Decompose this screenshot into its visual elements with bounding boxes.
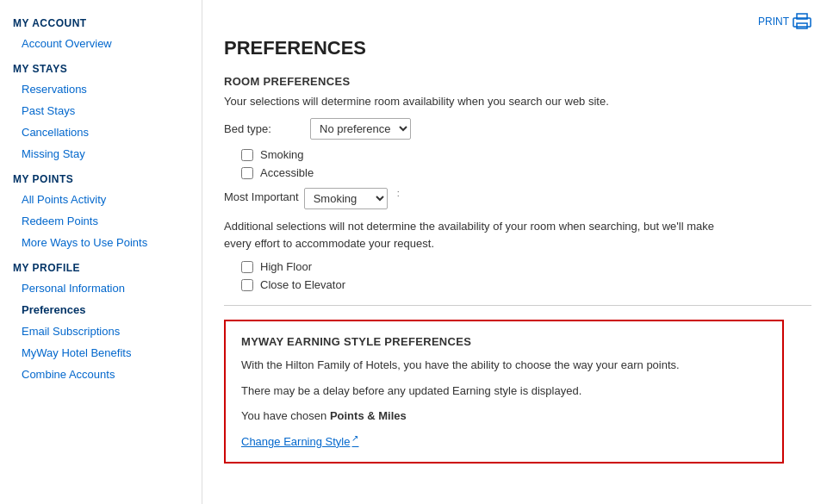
print-bar: PRINT xyxy=(224,13,811,30)
sidebar-item-preferences[interactable]: Preferences xyxy=(0,299,202,320)
my-stays-title: MY STAYS xyxy=(0,54,202,78)
myway-description1: With the Hilton Family of Hotels, you ha… xyxy=(241,357,767,374)
high-floor-label: High Floor xyxy=(260,260,312,273)
sidebar-item-all-points[interactable]: All Points Activity xyxy=(0,189,202,210)
sidebar-item-account-overview[interactable]: Account Overview xyxy=(0,33,202,54)
most-important-label: Most Important xyxy=(224,188,299,203)
accessible-checkbox-row: Accessible xyxy=(241,166,811,179)
print-icon xyxy=(793,13,811,30)
accessible-checkbox[interactable] xyxy=(241,167,253,179)
myway-description2: There may be a delay before any updated … xyxy=(241,383,767,400)
smoking-label: Smoking xyxy=(260,148,304,161)
chosen-prefix: You have chosen xyxy=(241,409,330,422)
main-content: PRINT PREFERENCES ROOM PREFERENCES Your … xyxy=(202,0,833,504)
svg-rect-2 xyxy=(797,23,807,28)
divider xyxy=(224,305,811,306)
sidebar-item-more-ways[interactable]: More Ways to Use Points xyxy=(0,232,202,253)
sidebar-item-personal-info[interactable]: Personal Information xyxy=(0,277,202,299)
myway-title: MYWAY EARNING STYLE PREFERENCES xyxy=(241,335,767,348)
sidebar-item-reservations[interactable]: Reservations xyxy=(0,78,202,100)
colon-note: : xyxy=(397,188,400,198)
smoking-checkbox-row: Smoking xyxy=(241,148,811,161)
bed-type-label: Bed type: xyxy=(224,122,301,135)
myway-box: MYWAY EARNING STYLE PREFERENCES With the… xyxy=(224,320,784,464)
sidebar: MY ACCOUNT Account Overview MY STAYS Res… xyxy=(0,0,202,504)
sidebar-item-email-subscriptions[interactable]: Email Subscriptions xyxy=(0,320,202,342)
my-account-title: MY ACCOUNT xyxy=(0,9,202,33)
close-elevator-checkbox[interactable] xyxy=(241,279,253,291)
my-profile-title: MY PROFILE xyxy=(0,253,202,277)
change-earning-style-link[interactable]: Change Earning Style↗ xyxy=(241,435,358,448)
bed-type-select[interactable]: No preference King Queen Double xyxy=(310,118,411,140)
page-title: PREFERENCES xyxy=(224,37,811,59)
chosen-value: Points & Miles xyxy=(330,409,407,422)
sidebar-item-combine-accounts[interactable]: Combine Accounts xyxy=(0,364,202,385)
sidebar-item-redeem-points[interactable]: Redeem Points xyxy=(0,210,202,232)
myway-chosen-text: You have chosen Points & Miles xyxy=(241,408,767,425)
sidebar-item-myway-hotel-benefits[interactable]: MyWay Hotel Benefits xyxy=(0,342,202,364)
high-floor-checkbox-row: High Floor xyxy=(241,260,811,273)
my-points-title: MY POINTS xyxy=(0,165,202,189)
accessible-label: Accessible xyxy=(260,166,314,179)
high-floor-checkbox[interactable] xyxy=(241,261,253,273)
sidebar-item-past-stays[interactable]: Past Stays xyxy=(0,100,202,121)
external-link-icon: ↗ xyxy=(351,433,358,443)
room-prefs-description: Your selections will determine room avai… xyxy=(224,95,811,108)
print-button[interactable]: PRINT xyxy=(758,13,811,30)
close-elevator-checkbox-row: Close to Elevator xyxy=(241,278,811,291)
room-prefs-title: ROOM PREFERENCES xyxy=(224,75,811,88)
additional-text: Additional selections will not determine… xyxy=(224,218,724,252)
close-elevator-label: Close to Elevator xyxy=(260,278,345,291)
sidebar-item-cancellations[interactable]: Cancellations xyxy=(0,121,202,143)
smoking-checkbox[interactable] xyxy=(241,149,253,161)
bed-type-row: Bed type: No preference King Queen Doubl… xyxy=(224,118,811,140)
print-label: PRINT xyxy=(758,16,789,28)
change-link-text: Change Earning Style xyxy=(241,435,350,448)
most-important-row: Most Important Smoking Accessible : xyxy=(224,188,811,209)
most-important-select[interactable]: Smoking Accessible xyxy=(304,188,388,209)
sidebar-item-missing-stay[interactable]: Missing Stay xyxy=(0,143,202,165)
